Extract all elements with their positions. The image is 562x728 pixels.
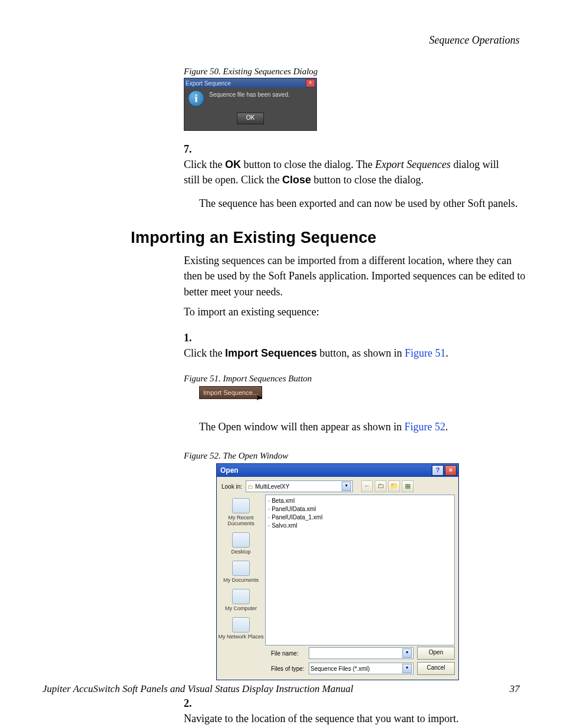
step-7: 7. Click the OK button to close the dial…: [184, 141, 520, 187]
page-footer: Jupiter AccuSwitch Soft Panels and Visua…: [42, 683, 520, 695]
places-bar: My Recent Documents Desktop My Documents…: [217, 495, 265, 645]
list-item[interactable]: PanelUIData_1.xml: [268, 513, 452, 522]
new-folder-icon[interactable]: 📁: [388, 480, 400, 492]
open-titlebar: Open ? ×: [217, 464, 458, 477]
lookin-combobox[interactable]: 🗀 MultiLevelXY ▾: [246, 480, 353, 492]
list-item[interactable]: PanelUIData.xml: [268, 505, 452, 513]
open-dialog: Open ? × Look in: 🗀 MultiLevelXY ▾ ← 🗀 📁: [216, 463, 459, 680]
filename-label: File name:: [269, 650, 305, 657]
place-recent[interactable]: My Recent Documents: [217, 496, 265, 530]
computer-icon: [232, 589, 250, 604]
open-window-line: The Open window will then appear as show…: [199, 419, 529, 434]
page-number: 37: [510, 683, 520, 695]
step-number: 2.: [184, 696, 199, 711]
list-item[interactable]: Salvo.xml: [268, 522, 452, 530]
chevron-down-icon[interactable]: ▾: [342, 482, 351, 491]
network-icon: [232, 617, 250, 633]
cursor-icon: ➤: [256, 393, 263, 402]
filetype-label: Files of type:: [269, 666, 305, 672]
running-head: Sequence Operations: [42, 34, 520, 47]
fig50-message: Sequence file has been saved.: [209, 90, 290, 107]
fig50-caption: Figure 50. Existing Sequences Dialog: [184, 67, 520, 77]
place-network[interactable]: My Network Places: [217, 615, 265, 643]
lookin-value: MultiLevelXY: [255, 483, 289, 490]
place-desktop[interactable]: Desktop: [217, 530, 265, 558]
up-one-level-icon[interactable]: 🗀: [375, 480, 386, 492]
xref-figure-52[interactable]: Figure 52: [404, 421, 445, 433]
chevron-down-icon[interactable]: ▾: [402, 648, 412, 658]
import-sequence-button[interactable]: Import Sequence... ➤: [199, 386, 262, 399]
help-icon[interactable]: ?: [432, 465, 444, 476]
footer-title: Jupiter AccuSwitch Soft Panels and Visua…: [42, 683, 353, 695]
back-icon[interactable]: ←: [361, 480, 373, 492]
chevron-down-icon[interactable]: ▾: [402, 664, 412, 673]
section-heading: Importing an Existing Sequence: [131, 229, 520, 247]
documents-icon: [232, 561, 250, 576]
list-item[interactable]: Beta.xml: [268, 497, 452, 505]
intro-paragraph-2: To import an existing sequence:: [184, 304, 531, 319]
step-2: 2. Navigate to the location of the seque…: [184, 696, 520, 726]
open-title: Open: [220, 466, 239, 475]
desktop-icon: [232, 532, 250, 548]
filename-input[interactable]: ▾: [309, 647, 414, 659]
view-menu-icon[interactable]: ▦: [402, 480, 414, 492]
place-documents[interactable]: My Documents: [217, 558, 265, 587]
close-icon[interactable]: ×: [306, 79, 315, 87]
fig52-caption: Figure 52. The Open Window: [184, 451, 520, 461]
fig50-title: Export Sequence: [186, 80, 231, 87]
fig50-titlebar: Export Sequence ×: [184, 78, 316, 88]
fig50-dialog: Export Sequence × i Sequence file has be…: [184, 78, 317, 131]
import-sequence-label: Import Sequence...: [203, 389, 258, 396]
ok-bold: OK: [225, 159, 241, 170]
folder-icon: 🗀: [247, 483, 253, 490]
info-icon: i: [188, 90, 204, 107]
step-number: 7.: [184, 141, 199, 157]
place-computer[interactable]: My Computer: [217, 587, 265, 615]
fig51-caption: Figure 51. Import Sequences Button: [184, 374, 520, 384]
close-icon[interactable]: ×: [445, 465, 457, 476]
intro-paragraph-1: Existing sequences can be imported from …: [184, 253, 531, 299]
ok-button[interactable]: OK: [237, 113, 264, 124]
step-number: 1.: [184, 330, 199, 345]
filetype-combobox[interactable]: Sequence Files (*.xml) ▾: [309, 663, 414, 674]
open-button[interactable]: Open: [417, 647, 455, 660]
file-list[interactable]: Beta.xml PanelUIData.xml PanelUIData_1.x…: [265, 495, 455, 645]
step-1: 1. Click the Import Sequences button, as…: [184, 330, 520, 361]
recent-icon: [232, 498, 250, 513]
close-bold: Close: [282, 174, 311, 186]
xref-figure-51[interactable]: Figure 51: [405, 347, 446, 359]
lookin-label: Look in:: [222, 483, 242, 490]
exported-paragraph: The sequence has been exported and can n…: [199, 196, 529, 211]
cancel-button[interactable]: Cancel: [417, 662, 455, 675]
